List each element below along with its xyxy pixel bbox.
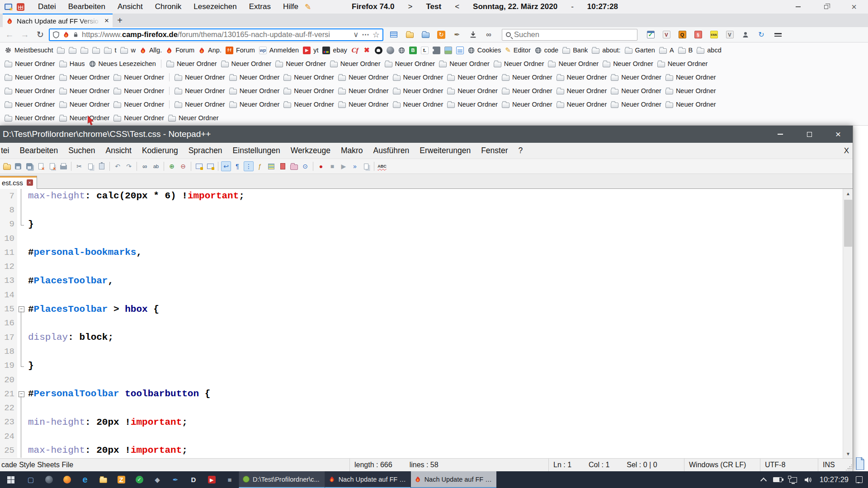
- taskbar-app-dark-icon[interactable]: ◆: [148, 471, 166, 488]
- bookmark-neuer-ordner[interactable]: Neuer Ordner: [611, 101, 661, 108]
- tab-close-icon[interactable]: ×: [104, 16, 109, 25]
- taskbar-window-firefox-1[interactable]: Nach Update auf FF V...: [325, 471, 410, 488]
- bookmark-neuer-ordner[interactable]: Neuer Ordner: [557, 87, 607, 94]
- npp-menu-sprachen[interactable]: Sprachen: [189, 146, 222, 155]
- bookmark-neuer-ordner[interactable]: Neuer Ordner: [175, 101, 225, 108]
- bookmark-abcd[interactable]: abcd: [697, 47, 721, 54]
- bookmark-anp[interactable]: Anp.: [198, 47, 222, 54]
- fold-margin[interactable]: [17, 330, 25, 344]
- copy-icon[interactable]: [85, 161, 95, 171]
- open-folder-icon[interactable]: [403, 29, 416, 41]
- macro-run-multi-icon[interactable]: »: [350, 161, 360, 171]
- print-icon[interactable]: [58, 161, 68, 171]
- word-wrap-icon[interactable]: ↩: [221, 161, 231, 171]
- bookmark-neuer-ordner[interactable]: Neuer Ordner: [557, 101, 607, 108]
- function-list-icon[interactable]: ƒ: [255, 161, 265, 171]
- bookmark-neuer-ordner[interactable]: Neuer Ordner: [59, 114, 110, 122]
- show-symbols-icon[interactable]: ¶: [232, 161, 242, 171]
- v-letter-maroon-icon[interactable]: V: [660, 29, 673, 41]
- bookmark-window-icon[interactable]: [5, 4, 12, 10]
- bookmark-neuer-ordner[interactable]: Neuer Ordner: [283, 74, 334, 81]
- bookmark-neuer-ordner[interactable]: Neuer Ordner: [611, 74, 661, 81]
- bookmark-globe[interactable]: [398, 47, 405, 54]
- tray-chevron-icon[interactable]: [761, 477, 766, 483]
- tracking-shield-icon[interactable]: [52, 31, 60, 38]
- bookmark-t[interactable]: t.: [421, 47, 429, 54]
- bookmark-neuer-ordner[interactable]: Neuer Ordner: [502, 101, 552, 108]
- npp-menu-?[interactable]: ?: [518, 146, 523, 155]
- bookmark-b[interactable]: B: [409, 47, 417, 54]
- bookmark-neuer-ordner[interactable]: Neuer Ordner: [665, 101, 716, 108]
- fold-margin[interactable]: [17, 259, 25, 273]
- fold-margin[interactable]: [17, 387, 25, 401]
- bookmark-cf[interactable]: Cf: [351, 47, 359, 54]
- fold-margin[interactable]: [17, 344, 25, 358]
- bookmark-neuer-ordner[interactable]: Neuer Ordner: [59, 74, 110, 81]
- ff-menu-ansicht[interactable]: Ansicht: [118, 2, 143, 11]
- bookmark-cookies[interactable]: Cookies: [468, 47, 501, 54]
- person-icon[interactable]: [739, 29, 752, 41]
- firefox-close-button[interactable]: ×: [840, 0, 868, 14]
- indent-guide-icon[interactable]: ⋮: [244, 161, 254, 171]
- status-insert-mode[interactable]: INS: [818, 459, 845, 471]
- npp-menu-bearbeiten[interactable]: Bearbeiten: [19, 146, 58, 155]
- bookmark-neuer-ordner[interactable]: Neuer Ordner: [283, 101, 334, 108]
- document-tab-close-icon[interactable]: ×: [27, 179, 33, 186]
- macro-stop-icon[interactable]: ■: [327, 161, 337, 171]
- zoom-out-icon[interactable]: ⊖: [178, 161, 188, 171]
- new-tab-button[interactable]: +: [113, 14, 127, 27]
- bookmark-sphere[interactable]: [387, 47, 394, 54]
- scrollbar-thumb[interactable]: [844, 200, 852, 247]
- sync-orange-icon[interactable]: ↻: [435, 29, 448, 41]
- fold-margin[interactable]: [17, 274, 25, 288]
- reload-button[interactable]: ↻: [33, 28, 47, 41]
- bookmark-neues-lesezeichen[interactable]: Neues Lesezeichen: [89, 60, 156, 67]
- ff-menu-lesezeichen[interactable]: Lesezeichen: [193, 2, 236, 11]
- bookmark-neuer-ordner[interactable]: Neuer Ordner: [229, 101, 280, 108]
- fold-margin[interactable]: [17, 359, 25, 373]
- bookmark-list[interactable]: [456, 47, 464, 54]
- npp-menu-kodierung[interactable]: Kodierung: [142, 146, 178, 155]
- bookmark-neuer-ordner[interactable]: Neuer Ordner: [338, 74, 389, 81]
- ff-menu-chronik[interactable]: Chronik: [155, 2, 182, 11]
- lock-icon[interactable]: [73, 32, 79, 38]
- page-actions-icon[interactable]: ⋯: [362, 30, 369, 39]
- speaker-icon[interactable]: [804, 476, 812, 483]
- quill-icon[interactable]: ✒: [451, 29, 463, 41]
- bookmark-neuer-ordner[interactable]: Neuer Ordner: [502, 87, 552, 94]
- doc-map-icon[interactable]: [266, 161, 276, 171]
- taskbar-window-notepadpp[interactable]: D:\Test\Profilordner\c...: [239, 471, 325, 488]
- bookmark-forum[interactable]: Forum: [166, 47, 194, 54]
- clock[interactable]: 10:27:29: [820, 475, 849, 484]
- zoom-in-icon[interactable]: ⊕: [167, 161, 177, 171]
- bookmark-neuer-ordner[interactable]: Neuer Ordner: [447, 101, 498, 108]
- calendar-check-icon[interactable]: ✓: [644, 29, 657, 41]
- taskbar-thunderbird-icon[interactable]: ✒: [166, 471, 184, 488]
- bookmark-neuer-ordner[interactable]: Neuer Ordner: [113, 101, 164, 108]
- fold-margin[interactable]: [17, 245, 25, 259]
- taskbar-firefox-icon[interactable]: [58, 471, 76, 488]
- bookmark-folder[interactable]: [57, 47, 65, 54]
- code-editor[interactable]: 7max-height: calc(20px * 6) !important;8…: [0, 189, 853, 458]
- css-badge-icon[interactable]: css: [708, 29, 720, 41]
- bookmark-about[interactable]: about:: [592, 47, 620, 54]
- close-doc-icon[interactable]: [36, 161, 46, 171]
- bookmark-neuer-ordner[interactable]: Neuer Ordner: [502, 74, 552, 81]
- save-icon[interactable]: [13, 161, 23, 171]
- macro-play-icon[interactable]: ▶: [339, 161, 349, 171]
- npp-menu-einstellungen[interactable]: Einstellungen: [233, 146, 280, 155]
- sync-horizontal-icon[interactable]: [205, 161, 215, 171]
- undo-icon[interactable]: ↶: [113, 161, 123, 171]
- bookmark-neuer-ordner[interactable]: Neuer Ordner: [330, 60, 381, 67]
- taskbar-app-gray-icon[interactable]: ■: [221, 471, 239, 488]
- url-bar[interactable]: https://www. camp-firefox.de /forum/them…: [49, 28, 383, 41]
- bookmark-neuer-ordner[interactable]: Neuer Ordner: [283, 87, 334, 94]
- bookmark-neuer-ordner[interactable]: Neuer Ordner: [175, 74, 225, 81]
- scroll-up-icon[interactable]: ▲: [843, 189, 853, 198]
- spellcheck-icon[interactable]: ABC: [377, 161, 387, 171]
- notepadpp-close-button[interactable]: ×: [824, 126, 853, 143]
- goggles-icon[interactable]: ∞: [482, 29, 495, 41]
- browser-tab[interactable]: Nach Update auf FF Versio ×: [3, 14, 113, 27]
- bookmark-neuer-ordner[interactable]: Neuer Ordner: [657, 60, 708, 67]
- search-bar[interactable]: Suchen: [502, 29, 637, 41]
